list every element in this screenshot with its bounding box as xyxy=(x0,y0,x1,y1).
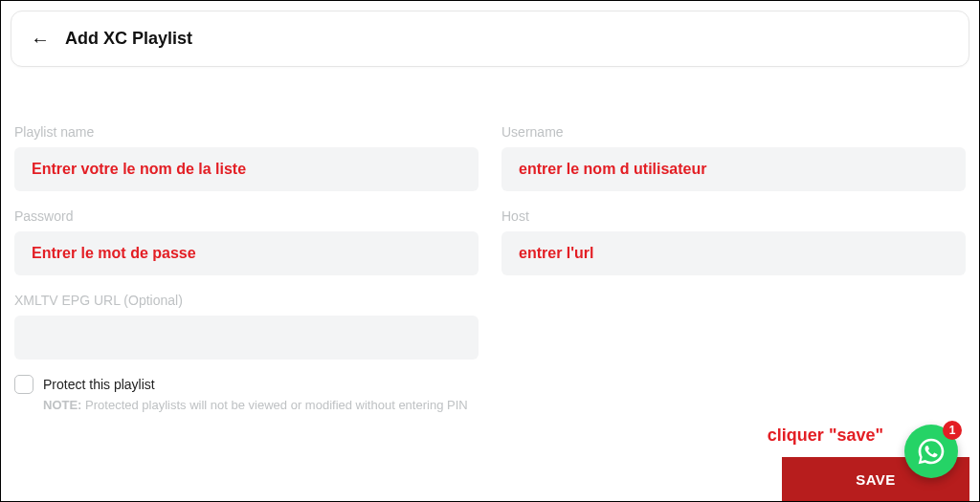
whatsapp-icon xyxy=(916,436,947,467)
protect-checkbox[interactable] xyxy=(14,375,33,394)
playlist-name-input[interactable]: Entrer votre le nom de la liste xyxy=(14,147,479,191)
back-arrow-icon[interactable]: ← xyxy=(31,30,50,49)
xmltv-label: XMLTV EPG URL (Optional) xyxy=(14,293,479,308)
password-input[interactable]: Entrer le mot de passe xyxy=(14,231,479,275)
protect-note: NOTE: Protected playlists will not be vi… xyxy=(1,394,979,412)
field-playlist-name: Playlist name Entrer votre le nom de la … xyxy=(14,124,479,191)
xmltv-input[interactable] xyxy=(14,316,479,360)
note-prefix: NOTE: xyxy=(43,398,81,412)
fab-badge: 1 xyxy=(943,421,962,440)
password-value: Entrer le mot de passe xyxy=(32,245,196,262)
header-card: ← Add XC Playlist xyxy=(11,11,969,67)
protect-row: Protect this playlist xyxy=(1,360,979,394)
note-text: Protected playlists will not be viewed o… xyxy=(81,398,467,412)
username-label: Username xyxy=(501,124,966,140)
password-label: Password xyxy=(14,208,479,224)
field-host: Host entrer l'url xyxy=(501,208,966,275)
form-grid: Playlist name Entrer votre le nom de la … xyxy=(1,67,979,360)
field-password: Password Entrer le mot de passe xyxy=(14,208,479,275)
host-input[interactable]: entrer l'url xyxy=(501,231,966,275)
protect-label: Protect this playlist xyxy=(43,377,155,392)
playlist-name-label: Playlist name xyxy=(14,124,479,140)
field-username: Username entrer le nom d utilisateur xyxy=(501,124,966,191)
whatsapp-fab[interactable]: 1 xyxy=(904,425,958,478)
playlist-name-value: Entrer votre le nom de la liste xyxy=(32,161,246,178)
username-input[interactable]: entrer le nom d utilisateur xyxy=(501,147,966,191)
host-value: entrer l'url xyxy=(519,245,594,262)
host-label: Host xyxy=(501,208,966,224)
page-title: Add XC Playlist xyxy=(65,29,192,49)
username-value: entrer le nom d utilisateur xyxy=(519,161,706,178)
save-button-label: SAVE xyxy=(856,471,896,488)
field-xmltv: XMLTV EPG URL (Optional) xyxy=(14,293,479,360)
save-hint-annotation: cliquer "save" xyxy=(768,426,883,446)
